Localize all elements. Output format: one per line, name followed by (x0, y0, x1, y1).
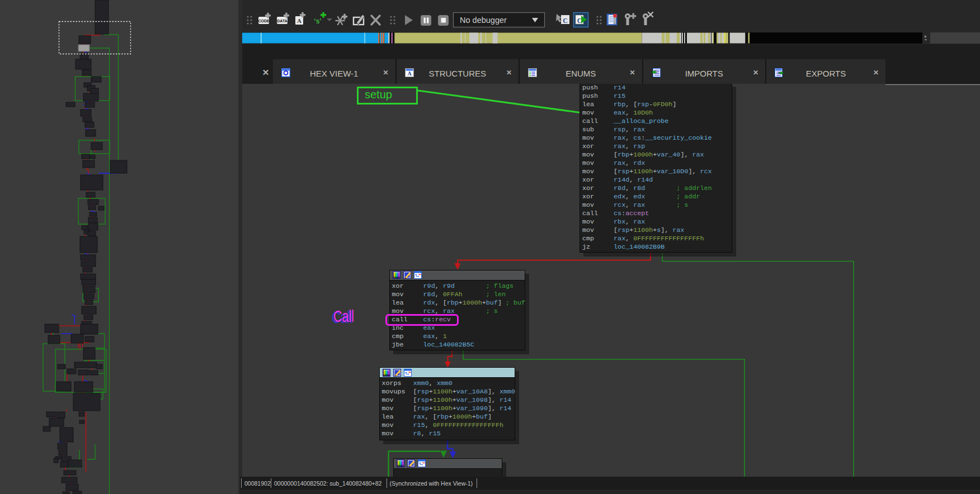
svg-text:No debugger: No debugger (460, 16, 507, 25)
svg-text:C: C (563, 17, 568, 25)
svg-text:A: A (297, 17, 301, 24)
svg-text:‘s’: ‘s’ (314, 17, 321, 25)
svg-text:A: A (407, 70, 412, 77)
svg-text:DATA: DATA (277, 19, 287, 23)
svg-text:CODE: CODE (258, 19, 270, 23)
